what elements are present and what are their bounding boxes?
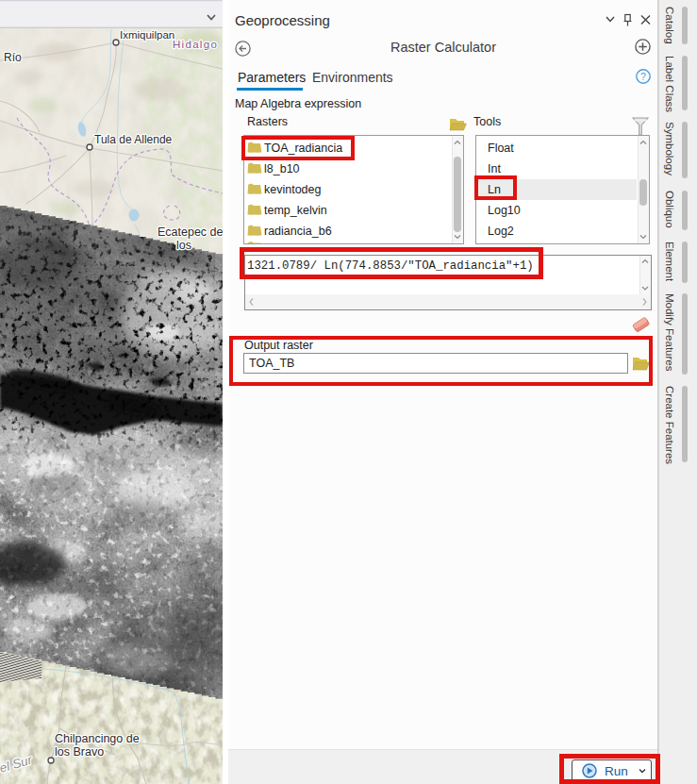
svg-text:los: los — [176, 239, 191, 252]
svg-text:?: ? — [640, 71, 646, 82]
svg-text:Ixmiquilpan: Ixmiquilpan — [120, 29, 174, 41]
svg-text:Chilpancingo de: Chilpancingo de — [55, 732, 140, 745]
svg-text:Hidalgo: Hidalgo — [173, 39, 218, 50]
svg-text:los Bravo: los Bravo — [55, 745, 104, 759]
svg-text:Ecatepec de: Ecatepec de — [158, 225, 223, 239]
svg-text:Tula de Allende: Tula de Allende — [94, 133, 173, 146]
svg-text:Río: Río — [4, 51, 22, 64]
